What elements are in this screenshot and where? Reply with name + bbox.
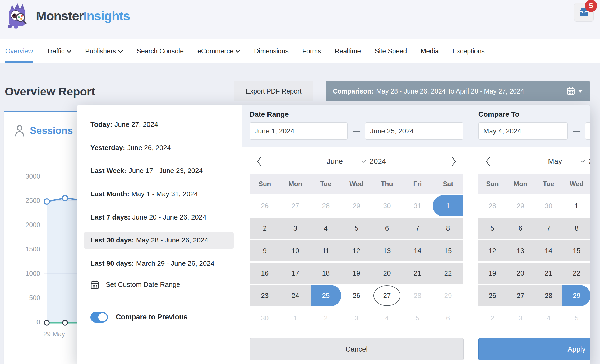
date-preset-link[interactable]: Last 90 days:March 29 - June 26, 2024 (84, 255, 234, 272)
calendar-day[interactable]: 29 (506, 195, 534, 216)
nav-tab[interactable]: Media (421, 39, 439, 63)
date-preset-link[interactable]: Last 30 days:May 28 - June 26, 2024 (84, 232, 234, 249)
notifications-button[interactable]: 5 (574, 3, 594, 22)
prev-month-button[interactable] (253, 153, 265, 169)
date-preset-link[interactable]: Today:June 27, 2024 (84, 116, 234, 133)
apply-button[interactable]: Apply (478, 338, 590, 360)
nav-tab[interactable]: Site Speed (375, 39, 407, 63)
calendar-day[interactable]: 13 (506, 240, 534, 261)
month-select[interactable]: June (327, 157, 343, 166)
set-custom-date-range-link[interactable]: Set Custom Date Range (90, 280, 234, 290)
calendar-day[interactable]: 5 (402, 307, 433, 329)
nav-tab[interactable]: Search Console (137, 39, 184, 63)
calendar-day[interactable]: 26 (341, 285, 372, 306)
calendar-day[interactable]: 3 (280, 218, 311, 239)
nav-tab[interactable]: Overview (5, 39, 33, 63)
date-preset-link[interactable]: Last Month:May 1 - May 31, 2024 (84, 186, 234, 203)
comparison-date-button[interactable]: Comparison: May 28 - June 26, 2024 To Ap… (326, 81, 590, 101)
calendar-day[interactable]: 20 (372, 263, 402, 284)
calendar-day[interactable]: 21 (534, 263, 562, 284)
export-pdf-button[interactable]: Export PDF Report (234, 81, 313, 101)
calendar-day[interactable]: 5 (341, 218, 372, 239)
date-preset-link[interactable]: Yesterday:June 26, 2024 (84, 139, 234, 156)
calendar-day[interactable]: 21 (402, 263, 433, 284)
calendar-day[interactable]: 29 (562, 285, 590, 306)
next-month-button[interactable] (448, 153, 460, 169)
calendar-day[interactable]: 26 (250, 195, 280, 216)
nav-tab[interactable]: Traffic (47, 39, 71, 63)
nav-tab[interactable]: Exceptions (453, 39, 485, 63)
calendar-day[interactable]: 31 (402, 195, 433, 216)
nav-tab[interactable]: eCommerce (197, 39, 240, 63)
calendar-day[interactable]: 14 (402, 240, 433, 261)
calendar-day[interactable]: 28 (478, 195, 506, 216)
calendar-day[interactable]: 2 (311, 307, 341, 329)
date-preset-link[interactable]: Last Week:June 17 - June 23, 2024 (84, 162, 234, 179)
prev-month-button[interactable] (482, 153, 494, 169)
calendar-day[interactable]: 7 (402, 218, 433, 239)
calendar-day[interactable]: 9 (250, 240, 280, 261)
calendar-day[interactable]: 3 (506, 307, 534, 329)
calendar-day[interactable]: 29 (341, 195, 372, 216)
calendar-day[interactable]: 27 (372, 285, 402, 306)
calendar-day[interactable]: 22 (433, 263, 463, 284)
calendar-day[interactable]: 11 (311, 240, 341, 261)
calendar-day[interactable]: 12 (341, 240, 372, 261)
calendar-day[interactable]: 6 (372, 218, 402, 239)
calendar-day[interactable]: 8 (562, 218, 590, 239)
calendar-day[interactable]: 13 (372, 240, 402, 261)
calendar-day[interactable]: 28 (402, 285, 433, 306)
calendar-day[interactable]: 5 (478, 218, 506, 239)
range-start-input[interactable] (250, 122, 348, 140)
calendar-day[interactable]: 4 (534, 307, 562, 329)
nav-tab[interactable]: Forms (302, 39, 321, 63)
calendar-day[interactable]: 20 (506, 263, 534, 284)
nav-tab[interactable]: Dimensions (254, 39, 289, 63)
calendar-day[interactable]: 23 (250, 285, 280, 306)
range-end-input[interactable] (365, 122, 463, 140)
nav-tab[interactable]: Realtime (335, 39, 361, 63)
calendar-day[interactable]: 3 (341, 307, 372, 329)
compare-to-previous-toggle[interactable] (90, 312, 108, 323)
calendar-day[interactable]: 2 (478, 307, 506, 329)
calendar-day[interactable]: 30 (534, 195, 562, 216)
calendar-day[interactable]: 15 (433, 240, 463, 261)
cancel-button[interactable]: Cancel (250, 338, 464, 360)
calendar-day[interactable]: 8 (433, 218, 463, 239)
compare-end-input[interactable] (585, 122, 590, 140)
calendar-day[interactable]: 4 (372, 307, 402, 329)
calendar-day[interactable]: 28 (311, 195, 341, 216)
calendar-day[interactable]: 15 (562, 240, 590, 261)
date-preset-link[interactable]: Last 7 days:June 20 - June 26, 2024 (84, 209, 234, 226)
calendar-day[interactable]: 4 (311, 218, 341, 239)
compare-start-input[interactable] (478, 122, 568, 140)
calendar-day[interactable]: 27 (280, 195, 311, 216)
calendar-day[interactable]: 22 (562, 263, 590, 284)
month-select[interactable]: May (548, 157, 562, 166)
calendar-day[interactable]: 6 (506, 218, 534, 239)
calendar-day[interactable]: 1 (562, 195, 590, 216)
calendar-day[interactable]: 1 (433, 195, 463, 216)
calendar-day[interactable]: 10 (280, 240, 311, 261)
nav-tab[interactable]: Publishers (85, 39, 123, 63)
calendar-day[interactable]: 7 (534, 218, 562, 239)
calendar-day[interactable]: 2 (250, 218, 280, 239)
calendar-day[interactable]: 30 (372, 195, 402, 216)
calendar-day[interactable]: 25 (311, 285, 341, 306)
calendar-day[interactable]: 26 (478, 285, 506, 306)
calendar-day[interactable]: 5 (562, 307, 590, 329)
year-select[interactable]: 2024 (589, 157, 590, 166)
calendar-day[interactable]: 19 (478, 263, 506, 284)
calendar-day[interactable]: 28 (534, 285, 562, 306)
year-select[interactable]: 2024 (370, 157, 386, 166)
calendar-day[interactable]: 12 (478, 240, 506, 261)
calendar-day[interactable]: 1 (280, 307, 311, 329)
calendar-day[interactable]: 19 (341, 263, 372, 284)
calendar-day[interactable]: 17 (280, 263, 311, 284)
calendar-day[interactable]: 24 (280, 285, 311, 306)
calendar-day[interactable]: 14 (534, 240, 562, 261)
calendar-day[interactable]: 27 (506, 285, 534, 306)
calendar-day[interactable]: 30 (250, 307, 280, 329)
calendar-day[interactable]: 18 (311, 263, 341, 284)
calendar-day[interactable]: 6 (433, 307, 463, 329)
